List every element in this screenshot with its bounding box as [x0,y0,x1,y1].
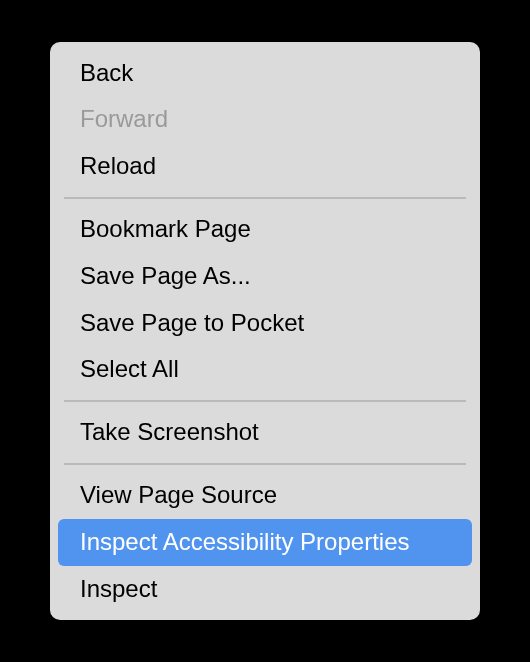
menu-item-forward: Forward [58,96,472,143]
menu-separator [64,197,466,199]
menu-item-take-screenshot[interactable]: Take Screenshot [58,409,472,456]
menu-item-select-all[interactable]: Select All [58,346,472,393]
menu-item-back[interactable]: Back [58,50,472,97]
menu-item-view-page-source[interactable]: View Page Source [58,472,472,519]
menu-item-save-page-as[interactable]: Save Page As... [58,253,472,300]
menu-item-save-page-to-pocket[interactable]: Save Page to Pocket [58,300,472,347]
menu-item-reload[interactable]: Reload [58,143,472,190]
menu-separator [64,463,466,465]
menu-item-inspect[interactable]: Inspect [58,566,472,613]
menu-item-inspect-accessibility-properties[interactable]: Inspect Accessibility Properties [58,519,472,566]
menu-separator [64,400,466,402]
context-menu: Back Forward Reload Bookmark Page Save P… [50,42,480,621]
menu-item-bookmark-page[interactable]: Bookmark Page [58,206,472,253]
